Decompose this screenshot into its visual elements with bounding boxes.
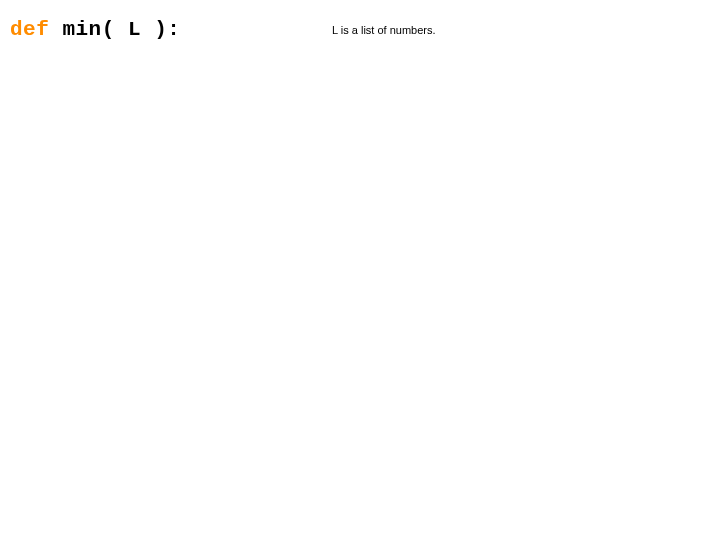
code-definition: def min( L ): [10,18,180,41]
parameter-annotation: L is a list of numbers. [332,24,436,36]
function-signature: min( L ): [49,18,180,41]
keyword-def: def [10,18,49,41]
